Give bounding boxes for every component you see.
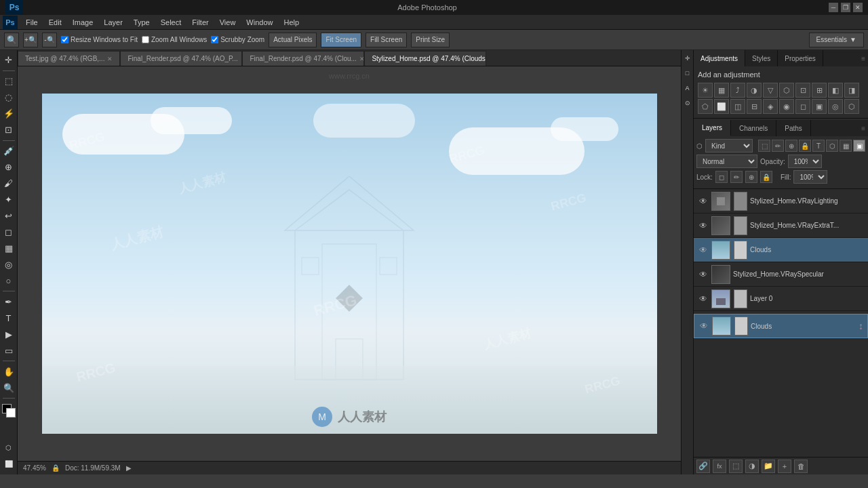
menu-help[interactable]: Help: [278, 17, 304, 28]
rt-tool-2[interactable]: □: [682, 68, 693, 79]
restore-button[interactable]: ❐: [841, 3, 850, 12]
layer-item-vrayspecular[interactable]: 👁 Stylized_Home.VRaySpecular: [694, 262, 868, 287]
tab-channels[interactable]: Channels: [731, 120, 776, 136]
menu-edit[interactable]: Edit: [43, 17, 67, 28]
adj-icon-18[interactable]: ▣: [812, 99, 827, 114]
layer-icon-5[interactable]: T: [812, 140, 825, 152]
tab-close-clouds[interactable]: ✕: [359, 56, 365, 62]
layer-icon-1[interactable]: ⬚: [758, 140, 770, 152]
layer-icon-3[interactable]: ⊕: [785, 140, 797, 152]
layer-eye-vraylighting[interactable]: 👁: [698, 196, 709, 207]
adj-bw-icon[interactable]: ⊞: [812, 83, 827, 98]
gradient-tool[interactable]: ▦: [1, 241, 16, 256]
rt-tool-4[interactable]: ⊙: [682, 98, 693, 108]
clone-stamp-tool[interactable]: ✦: [1, 192, 16, 207]
lock-position-icon[interactable]: ⊕: [745, 171, 757, 183]
quick-mask-button[interactable]: ⬡: [1, 441, 16, 455]
layer-mask-btn[interactable]: ⬚: [729, 460, 743, 473]
adj-icon-20[interactable]: ⬡: [844, 99, 859, 114]
tab-layers[interactable]: Layers: [694, 120, 731, 136]
adj-hsl-icon[interactable]: ⬡: [779, 83, 794, 98]
background-color[interactable]: [6, 408, 16, 418]
lock-all-icon[interactable]: 🔒: [760, 171, 772, 183]
eyedropper-tool[interactable]: 💉: [1, 144, 16, 159]
layer-eye-layer0[interactable]: 👁: [698, 293, 709, 304]
brush-tool[interactable]: 🖌: [1, 176, 16, 191]
print-size-button[interactable]: Print Size: [411, 33, 450, 47]
menu-window[interactable]: Window: [241, 17, 278, 28]
blend-mode-select[interactable]: Normal: [696, 155, 757, 168]
tab-stylized-home[interactable]: Stylized_Home.psd @ 47.4% (Clouds, RGB/1…: [364, 51, 486, 66]
menu-filter[interactable]: Filter: [186, 17, 214, 28]
layer-folder-btn[interactable]: 📁: [762, 460, 775, 473]
tab-adjustments[interactable]: Adjustments: [694, 50, 745, 66]
fill-screen-button[interactable]: Fill Screen: [366, 33, 407, 47]
layer-eye-vrayextra[interactable]: 👁: [698, 220, 709, 231]
zoom-all-windows-checkbox[interactable]: Zoom All Windows: [142, 36, 207, 43]
menu-layer[interactable]: Layer: [98, 17, 128, 28]
layer-adjustment-btn[interactable]: ◑: [745, 460, 759, 473]
rt-move-tool[interactable]: ✛: [682, 53, 693, 64]
scrubby-zoom-checkbox[interactable]: Scrubby Zoom: [211, 36, 264, 43]
adj-invert-icon[interactable]: ⬜: [714, 99, 729, 114]
adj-photofilter-icon[interactable]: ◧: [828, 83, 843, 98]
canvas[interactable]: RRCG 人人素材 RRCG 人人素材 RRCG 人人素材 RRCG RRCG …: [42, 94, 657, 434]
layer-icon-2[interactable]: ✏: [772, 140, 784, 152]
menu-type[interactable]: Type: [128, 17, 155, 28]
layer-icon-7[interactable]: ▦: [840, 140, 852, 152]
essentials-button[interactable]: Essentials ▼: [809, 33, 864, 47]
zoom-tool[interactable]: 🔍: [1, 380, 16, 395]
layers-menu-btn[interactable]: ≡: [859, 120, 868, 136]
adj-vibrance-icon[interactable]: ▽: [763, 83, 778, 98]
adj-icon-19[interactable]: ◎: [828, 99, 843, 114]
adj-curves-icon[interactable]: ⤴: [730, 83, 745, 98]
layer-item-clouds[interactable]: 👁 Clouds: [694, 238, 868, 262]
rt-tool-3[interactable]: A: [682, 83, 693, 94]
adj-icon-17[interactable]: ◻: [795, 99, 810, 114]
opacity-select[interactable]: 100%: [788, 155, 822, 168]
tab-final-render-clouds[interactable]: Final_Render.psd @ 47.4% (Clou... ✕: [242, 51, 364, 66]
adj-channelmixer-icon[interactable]: ◨: [844, 83, 859, 98]
menu-view[interactable]: View: [214, 17, 241, 28]
type-tool[interactable]: T: [1, 310, 16, 325]
kind-select[interactable]: Kind: [705, 139, 753, 152]
eraser-tool[interactable]: ◻: [1, 225, 16, 240]
layer-icon-fill[interactable]: ▣: [853, 140, 865, 152]
layer-item-vrayextra[interactable]: 👁 Stylized_Home.VRayExtraT...: [694, 214, 868, 238]
screen-mode-button[interactable]: ⬜: [1, 457, 16, 472]
adj-selectivecolor-icon[interactable]: ◉: [779, 99, 794, 114]
layer-eye-floating[interactable]: 👁: [698, 321, 709, 331]
tab-paths[interactable]: Paths: [776, 120, 811, 136]
zoom-magnify-icon[interactable]: 🔍: [4, 33, 19, 47]
blur-tool[interactable]: ◎: [1, 257, 16, 272]
tab-properties[interactable]: Properties: [778, 50, 823, 66]
layer-icon-6[interactable]: ⬡: [826, 140, 838, 152]
adj-colorbalance-icon[interactable]: ⊡: [795, 83, 810, 98]
fit-screen-button[interactable]: Fit Screen: [321, 33, 361, 47]
dodge-tool[interactable]: ○: [1, 273, 16, 288]
layer-item-layer0[interactable]: 👁 Layer 0: [694, 287, 868, 311]
layer-fx-btn[interactable]: fx: [713, 460, 726, 473]
zoom-in-icon[interactable]: +🔍: [23, 33, 38, 47]
move-tool[interactable]: ✛: [1, 53, 16, 68]
layer-eye-vrayspecular[interactable]: 👁: [698, 269, 709, 280]
lock-pixels-icon[interactable]: ✏: [730, 171, 743, 183]
actual-pixels-button[interactable]: Actual Pixels: [269, 33, 317, 47]
panel-menu-btn[interactable]: ≡: [859, 50, 868, 66]
crop-tool[interactable]: ⊡: [1, 123, 16, 138]
adj-levels-icon[interactable]: ▦: [714, 83, 729, 98]
layer-link-btn[interactable]: 🔗: [696, 460, 710, 473]
adj-gradmap-icon[interactable]: ◈: [763, 99, 778, 114]
layer-eye-clouds[interactable]: 👁: [698, 245, 709, 256]
zoom-out-icon[interactable]: -🔍: [42, 33, 57, 47]
adj-threshold-icon[interactable]: ⊟: [747, 99, 762, 114]
spot-heal-tool[interactable]: ⊕: [1, 160, 16, 175]
lock-transparency-icon[interactable]: ◻: [715, 171, 728, 183]
tab-styles[interactable]: Styles: [745, 50, 778, 66]
adj-brightness-icon[interactable]: ☀: [698, 83, 713, 98]
menu-image[interactable]: Image: [67, 17, 99, 28]
shape-tool[interactable]: ▭: [1, 343, 16, 358]
minimize-button[interactable]: ─: [829, 3, 838, 12]
fill-select[interactable]: 100%: [793, 170, 827, 184]
resize-windows-checkbox[interactable]: Resize Windows to Fit: [61, 36, 138, 43]
